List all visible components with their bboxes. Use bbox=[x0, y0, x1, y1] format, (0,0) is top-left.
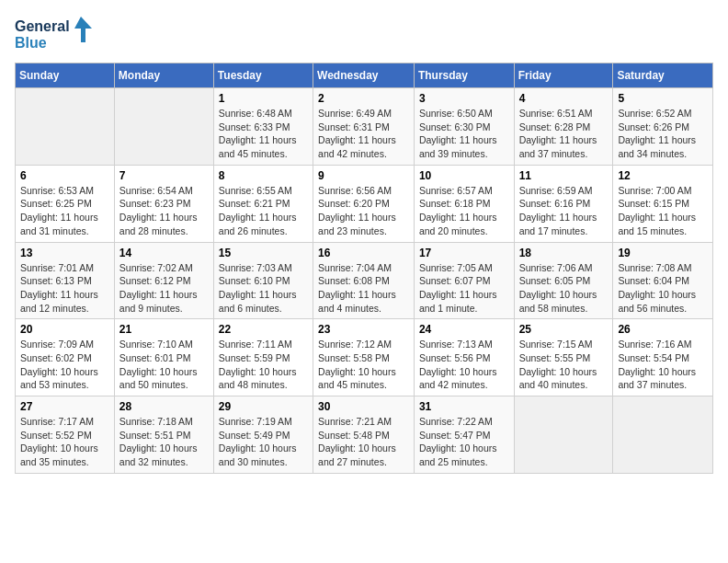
calendar-cell: 20Sunrise: 7:09 AM Sunset: 6:02 PM Dayli… bbox=[16, 319, 115, 396]
calendar-cell: 19Sunrise: 7:08 AM Sunset: 6:04 PM Dayli… bbox=[613, 242, 713, 319]
calendar-week-row: 1Sunrise: 6:48 AM Sunset: 6:33 PM Daylig… bbox=[16, 88, 713, 166]
calendar-cell: 29Sunrise: 7:19 AM Sunset: 5:49 PM Dayli… bbox=[213, 396, 313, 474]
day-info: Sunrise: 7:08 AM Sunset: 6:04 PM Dayligh… bbox=[618, 261, 708, 316]
day-info: Sunrise: 7:00 AM Sunset: 6:15 PM Dayligh… bbox=[618, 184, 708, 238]
calendar-week-row: 27Sunrise: 7:17 AM Sunset: 5:52 PM Dayli… bbox=[16, 396, 713, 474]
day-number: 5 bbox=[618, 92, 708, 105]
day-info: Sunrise: 7:11 AM Sunset: 5:59 PM Dayligh… bbox=[219, 338, 308, 392]
day-number: 13 bbox=[20, 247, 109, 259]
calendar-cell bbox=[613, 396, 713, 474]
day-info: Sunrise: 7:10 AM Sunset: 6:01 PM Dayligh… bbox=[119, 338, 209, 392]
day-info: Sunrise: 7:13 AM Sunset: 5:56 PM Dayligh… bbox=[419, 338, 509, 392]
day-info: Sunrise: 7:01 AM Sunset: 6:13 PM Dayligh… bbox=[20, 261, 109, 316]
day-number: 3 bbox=[419, 92, 509, 105]
calendar-cell: 31Sunrise: 7:22 AM Sunset: 5:47 PM Dayli… bbox=[414, 396, 514, 474]
day-number: 26 bbox=[618, 323, 708, 336]
calendar-header-row: SundayMondayTuesdayWednesdayThursdayFrid… bbox=[16, 63, 713, 88]
page-header: General Blue bbox=[15, 15, 713, 53]
day-of-week-header: Saturday bbox=[613, 63, 713, 88]
day-info: Sunrise: 7:05 AM Sunset: 6:07 PM Dayligh… bbox=[419, 261, 509, 316]
day-info: Sunrise: 7:03 AM Sunset: 6:10 PM Dayligh… bbox=[219, 261, 308, 316]
day-info: Sunrise: 6:51 AM Sunset: 6:28 PM Dayligh… bbox=[519, 107, 609, 161]
logo-svg: General Blue bbox=[15, 15, 97, 53]
calendar-cell: 17Sunrise: 7:05 AM Sunset: 6:07 PM Dayli… bbox=[414, 242, 514, 319]
day-number: 14 bbox=[119, 247, 209, 259]
day-number: 1 bbox=[219, 92, 308, 105]
day-info: Sunrise: 6:59 AM Sunset: 6:16 PM Dayligh… bbox=[519, 184, 609, 238]
calendar-cell: 5Sunrise: 6:52 AM Sunset: 6:26 PM Daylig… bbox=[613, 88, 713, 166]
day-number: 6 bbox=[20, 169, 109, 182]
calendar-cell: 18Sunrise: 7:06 AM Sunset: 6:05 PM Dayli… bbox=[514, 242, 613, 319]
calendar-table: SundayMondayTuesdayWednesdayThursdayFrid… bbox=[15, 63, 713, 474]
calendar-cell: 15Sunrise: 7:03 AM Sunset: 6:10 PM Dayli… bbox=[213, 242, 313, 319]
day-number: 8 bbox=[219, 169, 308, 182]
calendar-cell: 6Sunrise: 6:53 AM Sunset: 6:25 PM Daylig… bbox=[16, 165, 115, 242]
day-number: 9 bbox=[318, 169, 409, 182]
calendar-cell: 8Sunrise: 6:55 AM Sunset: 6:21 PM Daylig… bbox=[213, 165, 313, 242]
calendar-cell: 12Sunrise: 7:00 AM Sunset: 6:15 PM Dayli… bbox=[613, 165, 713, 242]
calendar-cell: 23Sunrise: 7:12 AM Sunset: 5:58 PM Dayli… bbox=[313, 319, 415, 396]
day-number: 12 bbox=[618, 169, 708, 182]
day-info: Sunrise: 7:21 AM Sunset: 5:48 PM Dayligh… bbox=[318, 415, 409, 469]
calendar-week-row: 6Sunrise: 6:53 AM Sunset: 6:25 PM Daylig… bbox=[16, 165, 713, 242]
day-number: 18 bbox=[519, 247, 609, 259]
day-number: 23 bbox=[318, 323, 409, 336]
calendar-cell: 28Sunrise: 7:18 AM Sunset: 5:51 PM Dayli… bbox=[114, 396, 213, 474]
day-info: Sunrise: 6:49 AM Sunset: 6:31 PM Dayligh… bbox=[318, 107, 409, 161]
day-info: Sunrise: 6:55 AM Sunset: 6:21 PM Dayligh… bbox=[219, 184, 308, 238]
logo-text: General Blue bbox=[15, 15, 97, 53]
calendar-cell: 21Sunrise: 7:10 AM Sunset: 6:01 PM Dayli… bbox=[114, 319, 213, 396]
day-number: 27 bbox=[20, 400, 109, 413]
calendar-cell: 26Sunrise: 7:16 AM Sunset: 5:54 PM Dayli… bbox=[613, 319, 713, 396]
day-info: Sunrise: 6:56 AM Sunset: 6:20 PM Dayligh… bbox=[318, 184, 409, 238]
svg-text:General: General bbox=[15, 18, 70, 34]
day-info: Sunrise: 7:22 AM Sunset: 5:47 PM Dayligh… bbox=[419, 415, 509, 469]
day-of-week-header: Sunday bbox=[16, 63, 115, 88]
day-number: 15 bbox=[219, 247, 308, 259]
calendar-cell: 7Sunrise: 6:54 AM Sunset: 6:23 PM Daylig… bbox=[114, 165, 213, 242]
day-number: 25 bbox=[519, 323, 609, 336]
calendar-week-row: 13Sunrise: 7:01 AM Sunset: 6:13 PM Dayli… bbox=[16, 242, 713, 319]
day-info: Sunrise: 7:12 AM Sunset: 5:58 PM Dayligh… bbox=[318, 338, 409, 392]
day-info: Sunrise: 7:02 AM Sunset: 6:12 PM Dayligh… bbox=[119, 261, 209, 316]
day-info: Sunrise: 6:48 AM Sunset: 6:33 PM Dayligh… bbox=[219, 107, 308, 161]
day-number: 4 bbox=[519, 92, 609, 105]
day-number: 10 bbox=[419, 169, 509, 182]
calendar-week-row: 20Sunrise: 7:09 AM Sunset: 6:02 PM Dayli… bbox=[16, 319, 713, 396]
day-info: Sunrise: 6:54 AM Sunset: 6:23 PM Dayligh… bbox=[119, 184, 209, 238]
day-info: Sunrise: 7:06 AM Sunset: 6:05 PM Dayligh… bbox=[519, 261, 609, 316]
day-of-week-header: Monday bbox=[114, 63, 213, 88]
day-number: 29 bbox=[219, 400, 308, 413]
logo: General Blue bbox=[15, 15, 97, 53]
day-info: Sunrise: 7:19 AM Sunset: 5:49 PM Dayligh… bbox=[219, 415, 308, 469]
calendar-cell: 10Sunrise: 6:57 AM Sunset: 6:18 PM Dayli… bbox=[414, 165, 514, 242]
calendar-cell: 16Sunrise: 7:04 AM Sunset: 6:08 PM Dayli… bbox=[313, 242, 415, 319]
calendar-cell: 9Sunrise: 6:56 AM Sunset: 6:20 PM Daylig… bbox=[313, 165, 415, 242]
day-info: Sunrise: 7:09 AM Sunset: 6:02 PM Dayligh… bbox=[20, 338, 109, 392]
day-info: Sunrise: 7:18 AM Sunset: 5:51 PM Dayligh… bbox=[119, 415, 209, 469]
calendar-cell bbox=[16, 88, 115, 166]
day-number: 11 bbox=[519, 169, 609, 182]
day-of-week-header: Tuesday bbox=[213, 63, 313, 88]
day-number: 21 bbox=[119, 323, 209, 336]
day-number: 16 bbox=[318, 247, 409, 259]
day-info: Sunrise: 7:16 AM Sunset: 5:54 PM Dayligh… bbox=[618, 338, 708, 392]
day-number: 17 bbox=[419, 247, 509, 259]
day-number: 19 bbox=[618, 247, 708, 259]
calendar-cell: 4Sunrise: 6:51 AM Sunset: 6:28 PM Daylig… bbox=[514, 88, 613, 166]
day-info: Sunrise: 6:50 AM Sunset: 6:30 PM Dayligh… bbox=[419, 107, 509, 161]
calendar-cell: 30Sunrise: 7:21 AM Sunset: 5:48 PM Dayli… bbox=[313, 396, 415, 474]
day-of-week-header: Thursday bbox=[414, 63, 514, 88]
calendar-cell: 11Sunrise: 6:59 AM Sunset: 6:16 PM Dayli… bbox=[514, 165, 613, 242]
calendar-cell: 2Sunrise: 6:49 AM Sunset: 6:31 PM Daylig… bbox=[313, 88, 415, 166]
calendar-cell: 14Sunrise: 7:02 AM Sunset: 6:12 PM Dayli… bbox=[114, 242, 213, 319]
calendar-cell: 3Sunrise: 6:50 AM Sunset: 6:30 PM Daylig… bbox=[414, 88, 514, 166]
day-number: 22 bbox=[219, 323, 308, 336]
day-info: Sunrise: 6:53 AM Sunset: 6:25 PM Dayligh… bbox=[20, 184, 109, 238]
calendar-cell bbox=[514, 396, 613, 474]
calendar-cell: 22Sunrise: 7:11 AM Sunset: 5:59 PM Dayli… bbox=[213, 319, 313, 396]
calendar-cell: 27Sunrise: 7:17 AM Sunset: 5:52 PM Dayli… bbox=[16, 396, 115, 474]
calendar-cell: 13Sunrise: 7:01 AM Sunset: 6:13 PM Dayli… bbox=[16, 242, 115, 319]
day-number: 30 bbox=[318, 400, 409, 413]
day-of-week-header: Friday bbox=[514, 63, 613, 88]
